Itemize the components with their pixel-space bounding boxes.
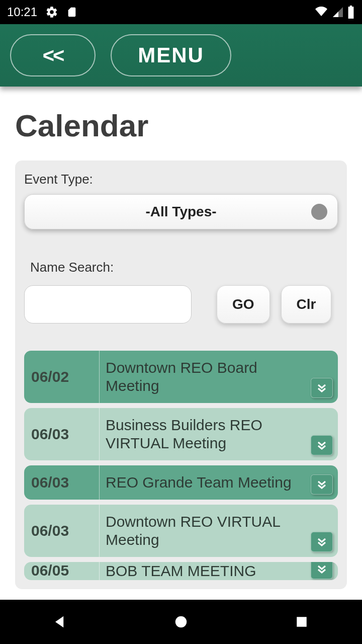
event-date: 06/03	[24, 465, 100, 500]
expand-icon[interactable]	[311, 435, 333, 455]
go-button[interactable]: GO	[217, 285, 270, 324]
cell-signal-icon	[332, 6, 344, 18]
svg-rect-1	[297, 617, 307, 627]
event-title: BOB TEAM MEETING	[100, 562, 338, 580]
event-type-label: Event Type:	[24, 172, 338, 187]
event-row[interactable]: 06/03REO Grande Team Meeting	[24, 465, 338, 500]
status-time: 10:21	[7, 5, 37, 19]
event-title: REO Grande Team Meeting	[100, 465, 338, 500]
expand-icon[interactable]	[311, 474, 333, 495]
name-search-input[interactable]	[24, 285, 192, 324]
event-date: 06/03	[24, 505, 100, 557]
event-row[interactable]: 06/03Downtown REO VIRTUAL Meeting	[24, 505, 338, 557]
expand-icon[interactable]	[311, 562, 333, 579]
event-row[interactable]: 06/05BOB TEAM MEETING	[24, 562, 338, 580]
battery-icon	[347, 6, 355, 19]
status-bar: 10:21	[0, 0, 362, 24]
menu-button[interactable]: MENU	[111, 34, 231, 76]
event-title: Downtown REO VIRTUAL Meeting	[100, 505, 338, 557]
event-type-value: -All Types-	[145, 204, 216, 220]
nav-back-button[interactable]	[49, 610, 72, 633]
event-list: 06/02Downtown REO Board Meeting06/03Busi…	[24, 351, 338, 580]
event-row[interactable]: 06/03Business Builders REO VIRTUAL Meeti…	[24, 408, 338, 460]
gear-icon	[45, 6, 58, 19]
dropdown-dot-icon	[311, 204, 327, 220]
event-row[interactable]: 06/02Downtown REO Board Meeting	[24, 351, 338, 403]
svg-point-0	[175, 616, 187, 628]
nav-recent-button[interactable]	[290, 610, 313, 633]
back-button[interactable]: <<	[10, 34, 96, 76]
event-type-select[interactable]: -All Types-	[24, 194, 338, 229]
event-date: 06/05	[24, 562, 100, 580]
event-title: Downtown REO Board Meeting	[100, 351, 338, 403]
expand-icon[interactable]	[311, 378, 333, 398]
page-title: Calendar	[15, 108, 347, 143]
filter-panel: Event Type: -All Types- Name Search: GO …	[15, 160, 347, 589]
page-content: Calendar Event Type: -All Types- Name Se…	[0, 87, 362, 589]
app-header: << MENU	[0, 24, 362, 87]
expand-icon[interactable]	[311, 532, 333, 552]
clear-button[interactable]: Clr	[281, 285, 332, 324]
sd-card-icon	[66, 6, 77, 19]
system-nav-bar	[0, 600, 362, 644]
event-title: Business Builders REO VIRTUAL Meeting	[100, 408, 338, 460]
event-date: 06/02	[24, 351, 100, 403]
name-search-label: Name Search:	[30, 260, 338, 275]
nav-home-button[interactable]	[169, 610, 193, 633]
event-date: 06/03	[24, 408, 100, 460]
wifi-icon	[314, 6, 329, 18]
